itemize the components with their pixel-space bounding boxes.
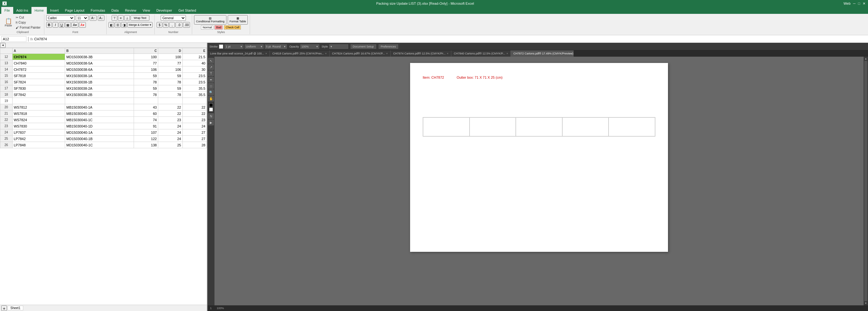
cell-b17[interactable]: MX15030038-2A [65, 85, 134, 92]
maximize-btn[interactable]: □ [858, 2, 860, 6]
fill-color-btn[interactable]: A▾ [71, 22, 78, 28]
currency-btn[interactable]: $ [157, 22, 162, 28]
style-select[interactable]: ▾ [329, 45, 348, 49]
cell-e17[interactable]: 35.5 [182, 85, 207, 92]
border-btn[interactable]: ▦ [65, 22, 71, 28]
stroke-color-swatch-tool[interactable] [209, 108, 213, 111]
cell-e19[interactable] [182, 98, 207, 104]
cell-a17[interactable]: SF7830 [12, 85, 65, 92]
tab-addins[interactable]: Add-Ins [13, 7, 31, 14]
preview-mode-btn[interactable]: ▶ [208, 120, 214, 125]
indesign-tab-5[interactable]: CH7872 Cartons.pdf® 17.49% (CMYK/Preview… [511, 50, 574, 57]
underline-btn[interactable]: U [59, 22, 64, 28]
cell-c25[interactable]: 122 [134, 136, 158, 142]
col-header-e[interactable]: E [182, 48, 207, 54]
cell-e18[interactable]: 35.5 [182, 92, 207, 98]
tab-getstarted[interactable]: Get Started [175, 7, 199, 14]
cell-c21[interactable]: 60 [134, 111, 158, 117]
font-color-btn[interactable]: A▾ [79, 22, 86, 28]
indesign-tab-4[interactable]: CH7840 Cartons.pdf® 12.5% (CMYK/P... × [451, 50, 511, 57]
cell-d14[interactable]: 106 [158, 66, 182, 73]
cell-c20[interactable]: 43 [134, 104, 158, 111]
cell-d19[interactable] [158, 98, 182, 104]
cell-d16[interactable]: 78 [158, 79, 182, 85]
cell-e16[interactable]: 23.5 [182, 79, 207, 85]
fill-color-swatch[interactable] [209, 103, 213, 107]
cell-e23[interactable]: 24 [182, 123, 207, 130]
cell-b15[interactable]: MX15030038-1A [65, 73, 134, 79]
tab-pagelayout[interactable]: Page Layout [62, 7, 88, 14]
cell-a14[interactable]: CH7872 [12, 66, 65, 73]
cell-b20[interactable]: MB15030040-1A [65, 104, 134, 111]
new-sheet-btn[interactable]: + [1, 305, 7, 311]
number-format-select[interactable]: General [161, 15, 186, 21]
cell-d22[interactable]: 23 [158, 117, 182, 123]
close-tab-2-icon[interactable]: × [386, 52, 388, 55]
bad-style-button[interactable]: Bad [215, 25, 223, 30]
cell-a21[interactable]: WS7818 [12, 111, 65, 117]
cell-a18[interactable]: SF7842 [12, 92, 65, 98]
cell-a12[interactable]: CH7874 [12, 54, 65, 60]
check-cell-button[interactable]: Check Cell [224, 25, 241, 30]
format-painter-button[interactable]: 🖌 Format Painter [14, 25, 42, 30]
stroke-corner-select[interactable]: 5 pt. Round ▾ [265, 45, 287, 49]
cell-c17[interactable]: 59 [134, 85, 158, 92]
cell-b18[interactable]: MX15030038-2B [65, 92, 134, 98]
opacity-select[interactable]: 100% ▾ [300, 45, 319, 49]
cell-d25[interactable]: 24 [158, 136, 182, 142]
col-header-d[interactable]: D [158, 48, 182, 54]
increase-font-btn[interactable]: A↑ [90, 15, 97, 21]
stroke-color-swatch[interactable] [219, 45, 223, 49]
cell-a26[interactable]: LP7848 [12, 142, 65, 148]
cell-e15[interactable]: 23.5 [182, 73, 207, 79]
comma-btn[interactable]: , [169, 22, 175, 28]
tab-file[interactable]: File [1, 7, 13, 14]
font-name-select[interactable]: Calibri [46, 15, 74, 21]
indesign-tab-2[interactable]: CH7824 Cartons.pdf® 16.67% (CMYK/P... × [330, 50, 391, 57]
cell-c26[interactable]: 138 [134, 142, 158, 148]
select-tool-btn[interactable]: ↖ [208, 58, 214, 64]
indesign-tab-1[interactable]: CH818 Cartons.pdf® 25% (CMYK/Prev... × [270, 50, 330, 57]
cut-button[interactable]: ✂ Cut [14, 15, 42, 20]
col-header-b[interactable]: B [65, 48, 134, 54]
direct-select-tool-btn[interactable]: ↗ [208, 64, 214, 70]
indesign-tab-3[interactable]: CH7874 Cartons.pdf® 12.5% (CMYK/Pr... × [391, 50, 451, 57]
stroke-type-select[interactable]: Uniform ▾ [245, 45, 264, 49]
stroke-weight-select[interactable]: 1 pt ▾ [224, 45, 243, 49]
align-center-btn[interactable]: ☰ [115, 22, 120, 28]
copy-button[interactable]: ⎘ Copy [14, 20, 42, 25]
cell-c12[interactable]: 100 [134, 54, 158, 60]
cell-c18[interactable]: 78 [134, 92, 158, 98]
sheet-tab-sheet1[interactable]: Sheet1 [7, 306, 23, 310]
close-tab-1-icon[interactable]: × [325, 52, 327, 55]
cell-b25[interactable]: MD15030040-1B [65, 136, 134, 142]
normal-style-button[interactable]: Normal [201, 25, 213, 30]
cell-e26[interactable]: 28 [182, 142, 207, 148]
cell-c19[interactable] [134, 98, 158, 104]
cell-c15[interactable]: 59 [134, 73, 158, 79]
cell-a24[interactable]: LP7837 [12, 130, 65, 136]
cell-b26[interactable]: MD15030040-1C [65, 142, 134, 148]
cell-a16[interactable]: SF7824 [12, 79, 65, 85]
cell-d20[interactable]: 22 [158, 104, 182, 111]
align-left-btn[interactable]: ◧ [108, 22, 114, 28]
close-tab-0-icon[interactable]: × [266, 52, 267, 55]
cell-b16[interactable]: MX15030038-1B [65, 79, 134, 85]
cell-e13[interactable]: 40 [182, 60, 207, 66]
bold-btn[interactable]: B [46, 22, 52, 28]
cell-e21[interactable]: 22 [182, 111, 207, 117]
cell-d15[interactable]: 59 [158, 73, 182, 79]
align-top-btn[interactable]: ⊤ [112, 15, 117, 21]
cell-b23[interactable]: MB15030040-1D [65, 123, 134, 130]
col-header-c[interactable]: C [134, 48, 158, 54]
font-size-select[interactable]: 11 [76, 15, 88, 21]
text-tool-btn[interactable]: T [208, 70, 214, 76]
percent-btn[interactable]: % [163, 22, 168, 28]
cell-c22[interactable]: 74 [134, 117, 158, 123]
cell-d23[interactable]: 24 [158, 123, 182, 130]
scroll-thumb[interactable] [864, 61, 867, 301]
col-header-a[interactable]: A [12, 48, 65, 54]
hand-tool-btn[interactable]: ✋ [208, 96, 214, 101]
cell-b13[interactable]: MD15030038-5A [65, 60, 134, 66]
cell-d12[interactable]: 100 [158, 54, 182, 60]
